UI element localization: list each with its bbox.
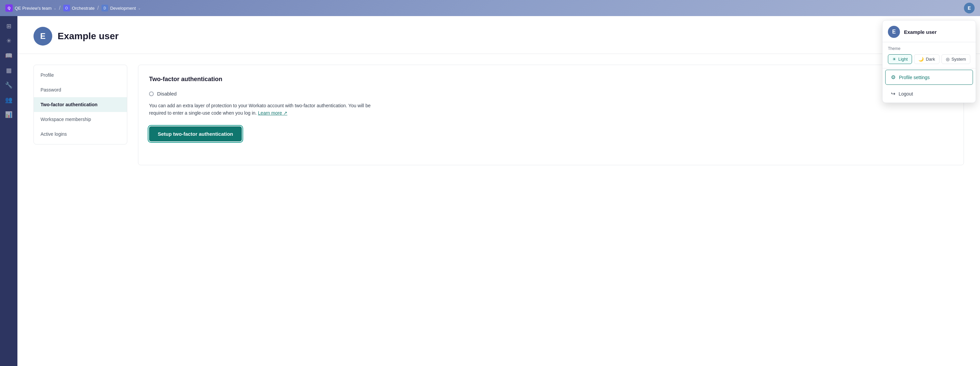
sidebar-icon-home[interactable]: ⊞ bbox=[3, 20, 15, 32]
settings-gear-icon: ⚙ bbox=[891, 74, 896, 80]
user-avatar-top[interactable]: E bbox=[964, 3, 975, 13]
team-selector[interactable]: Q QE Preview's team ⌄ bbox=[5, 4, 56, 12]
profile-settings-menu-item[interactable]: ⚙ Profile settings bbox=[885, 70, 973, 85]
sidebar-icon-grid[interactable]: ▦ bbox=[3, 64, 15, 77]
light-icon: ☀ bbox=[892, 57, 896, 62]
user-dropdown-panel: E Example user Theme ☀ Light 🌙 Dark bbox=[882, 20, 976, 103]
dropdown-username: Example user bbox=[904, 29, 937, 35]
dark-icon: 🌙 bbox=[918, 57, 924, 62]
team-icon: Q bbox=[5, 4, 13, 12]
main-layout: ⊞ ✳ 📖 ▦ 🔧 👥 📊 E Example user Profile Pas… bbox=[0, 16, 980, 366]
sidebar-icon-data[interactable]: 📊 bbox=[3, 109, 15, 121]
dropdown-header: E Example user bbox=[883, 21, 976, 42]
team-name: QE Preview's team bbox=[15, 6, 52, 11]
left-nav-panel: Profile Password Two-factor authenticati… bbox=[33, 65, 127, 144]
team-chevron-icon: ⌄ bbox=[54, 6, 56, 10]
dropdown-avatar: E bbox=[888, 26, 900, 38]
separator-2: / bbox=[97, 5, 99, 11]
sidebar: ⊞ ✳ 📖 ▦ 🔧 👥 📊 bbox=[0, 16, 18, 366]
status-row: Disabled bbox=[149, 91, 953, 96]
nav-item-workspace[interactable]: Workspace membership bbox=[34, 112, 127, 127]
separator-1: / bbox=[59, 5, 60, 11]
development-chevron-icon: ⌄ bbox=[138, 6, 141, 10]
dropdown-divider-2 bbox=[883, 68, 976, 69]
theme-dark-button[interactable]: 🌙 Dark bbox=[914, 54, 939, 64]
page-title: Example user bbox=[57, 31, 119, 42]
setup-twofa-button[interactable]: Setup two-factor authentication bbox=[149, 126, 242, 141]
top-nav: Q QE Preview's team ⌄ / O Orchestrate / … bbox=[0, 0, 980, 16]
logout-icon: ↪ bbox=[891, 91, 895, 97]
panel-title: Two-factor authentication bbox=[149, 76, 953, 83]
sidebar-icon-book[interactable]: 📖 bbox=[3, 50, 15, 62]
development-icon: D bbox=[102, 5, 108, 11]
description-text: You can add an extra layer of protection… bbox=[149, 102, 383, 117]
development-label: Development bbox=[110, 6, 136, 11]
theme-section: Theme ☀ Light 🌙 Dark ◎ System bbox=[883, 42, 976, 68]
theme-system-button[interactable]: ◎ System bbox=[942, 54, 970, 64]
content-area: E Example user Profile Password Two-fact… bbox=[18, 16, 980, 366]
nav-item-profile[interactable]: Profile bbox=[34, 68, 127, 82]
learn-more-link[interactable]: Learn more ↗ bbox=[258, 110, 287, 116]
orchestrate-label: Orchestrate bbox=[72, 6, 95, 11]
development-nav-item[interactable]: D Development ⌄ bbox=[102, 5, 141, 11]
nav-item-twofa[interactable]: Two-factor authentication bbox=[34, 97, 127, 112]
sidebar-icon-wrench[interactable]: 🔧 bbox=[3, 79, 15, 91]
nav-item-password[interactable]: Password bbox=[34, 82, 127, 97]
logout-menu-item[interactable]: ↪ Logout bbox=[885, 86, 973, 101]
orchestrate-nav-item[interactable]: O Orchestrate bbox=[63, 5, 95, 11]
theme-label: Theme bbox=[888, 46, 970, 51]
breadcrumb: Q QE Preview's team ⌄ / O Orchestrate / … bbox=[5, 4, 141, 12]
theme-light-button[interactable]: ☀ Light bbox=[888, 54, 912, 64]
page-content: Profile Password Two-factor authenticati… bbox=[18, 54, 980, 176]
status-label: Disabled bbox=[157, 91, 177, 96]
page-header: E Example user bbox=[18, 16, 980, 54]
sidebar-icon-people[interactable]: 👥 bbox=[3, 94, 15, 106]
sidebar-icon-snowflake[interactable]: ✳ bbox=[3, 35, 15, 47]
status-dot-icon bbox=[149, 91, 154, 96]
theme-options: ☀ Light 🌙 Dark ◎ System bbox=[888, 54, 970, 64]
orchestrate-icon: O bbox=[63, 5, 70, 11]
user-avatar-large: E bbox=[33, 27, 52, 46]
system-icon: ◎ bbox=[946, 57, 950, 62]
main-panel: Two-factor authentication Disabled You c… bbox=[138, 65, 964, 165]
nav-item-logins[interactable]: Active logins bbox=[34, 127, 127, 141]
